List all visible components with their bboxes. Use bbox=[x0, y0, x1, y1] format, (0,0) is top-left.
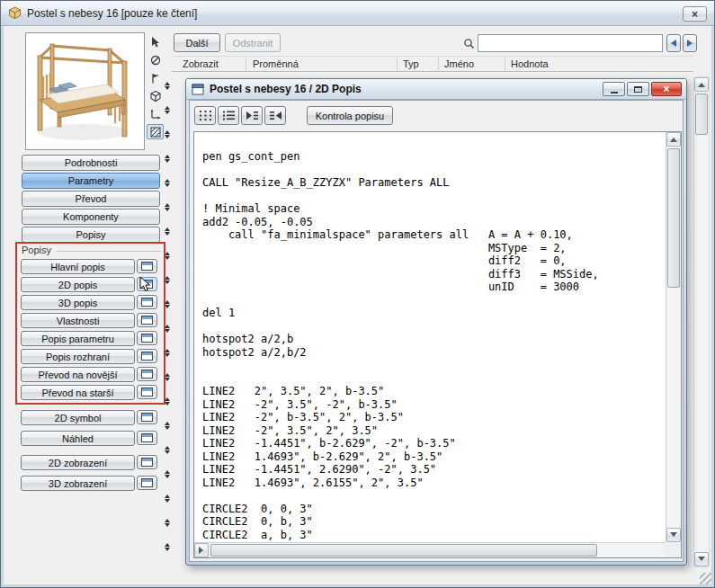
window-icon bbox=[141, 334, 153, 343]
column-separator bbox=[246, 58, 246, 70]
row-reorder-spinner[interactable] bbox=[162, 420, 173, 432]
window-button-popis-rozhrani[interactable] bbox=[137, 349, 157, 363]
script-row: 2D zobrazení bbox=[21, 455, 161, 470]
window-button-prevod-na-novejsi[interactable] bbox=[137, 367, 157, 381]
find-previous-button[interactable] bbox=[666, 34, 681, 52]
circle-tool-button[interactable] bbox=[147, 52, 164, 67]
editor-vertical-scrollbar[interactable] bbox=[666, 132, 681, 542]
scrollbar-thumb[interactable] bbox=[210, 544, 597, 557]
script-button-2d-zobrazeni[interactable]: 2D zobrazení bbox=[21, 455, 135, 470]
script-button-prevod-na-starsi[interactable]: Převod na starší bbox=[21, 385, 135, 400]
script-button-vlastnosti[interactable]: Vlastnosti bbox=[21, 313, 135, 328]
row-reorder-spinner[interactable] bbox=[162, 323, 173, 334]
maximize-button[interactable] bbox=[627, 82, 649, 96]
script-window-icon bbox=[192, 84, 204, 95]
pointer-tool-button[interactable] bbox=[147, 34, 164, 49]
row-reorder-spinner[interactable] bbox=[162, 347, 173, 359]
window-icon bbox=[141, 413, 153, 422]
script-window-titlebar[interactable]: Postel s nebesy 16 / 2D Popis × bbox=[186, 79, 686, 100]
gdl-code[interactable]: pen gs_cont_pen CALL "Resize_A_B_ZZYZX" … bbox=[194, 132, 666, 542]
window-button-prevod-na-starsi[interactable] bbox=[137, 385, 157, 399]
minimize-button[interactable] bbox=[603, 82, 625, 96]
nav-button-parametry[interactable]: Parametry bbox=[22, 173, 160, 189]
parameter-table-header bbox=[172, 56, 693, 72]
popisy-group-label: Popisy bbox=[22, 245, 51, 255]
object-icon bbox=[8, 6, 22, 20]
row-reorder-spinner[interactable] bbox=[162, 153, 173, 165]
script-button-hlavni-popis[interactable]: Hlavní popis bbox=[21, 259, 135, 274]
next-button[interactable]: Další bbox=[174, 33, 220, 52]
prev-section-button[interactable] bbox=[264, 106, 286, 125]
script-button-3d-zobrazeni[interactable]: 3D zobrazení bbox=[21, 476, 135, 491]
row-reorder-spinner[interactable] bbox=[162, 541, 173, 553]
scroll-up-button[interactable] bbox=[694, 77, 709, 92]
search-input[interactable] bbox=[478, 34, 663, 52]
column-promenna: Proměnná bbox=[253, 58, 299, 69]
object-preview[interactable] bbox=[25, 32, 145, 150]
editor-horizontal-scrollbar[interactable] bbox=[194, 542, 666, 557]
close-button[interactable]: × bbox=[683, 6, 707, 22]
next-section-button[interactable] bbox=[241, 106, 263, 125]
scroll-down-button[interactable] bbox=[694, 552, 709, 566]
row-reorder-spinner[interactable] bbox=[162, 444, 173, 456]
window-button-popis-parametru[interactable] bbox=[137, 331, 157, 345]
nav-button-prevod[interactable]: Převod bbox=[22, 191, 160, 207]
script-window-body: Kontrola popisu pen gs_cont_pen CALL "Re… bbox=[189, 100, 684, 562]
row-reorder-spinner[interactable] bbox=[162, 80, 173, 92]
left-arrow-icon bbox=[667, 40, 676, 47]
minimize-icon bbox=[611, 92, 618, 94]
close-script-button[interactable]: × bbox=[651, 82, 682, 96]
row-reorder-spinner[interactable] bbox=[162, 129, 173, 140]
row-reorder-spinner[interactable] bbox=[162, 517, 173, 529]
row-reorder-spinner[interactable] bbox=[162, 493, 173, 504]
nav-button-komponenty[interactable]: Komponenty bbox=[22, 209, 160, 225]
script-button-nahled[interactable]: Náhled bbox=[21, 431, 135, 446]
window-button-2d-zobrazeni[interactable] bbox=[137, 455, 157, 469]
row-reorder-spinner[interactable] bbox=[162, 177, 173, 189]
circle-slash-icon bbox=[149, 54, 162, 67]
line-numbers-button[interactable] bbox=[218, 106, 239, 125]
nav-button-podrobnosti[interactable]: Podrobnosti bbox=[22, 155, 160, 171]
row-reorder-spinner[interactable] bbox=[162, 226, 173, 237]
scroll-up-button[interactable] bbox=[666, 132, 681, 147]
row-reorder-spinner[interactable] bbox=[162, 396, 173, 407]
script-button-popis-parametru[interactable]: Popis parametru bbox=[21, 331, 135, 346]
row-reorder-spinner[interactable] bbox=[162, 250, 173, 262]
nav-button-popisy[interactable]: Popisy bbox=[22, 227, 160, 243]
row-reorder-spinner[interactable] bbox=[162, 468, 173, 480]
mouse-cursor bbox=[139, 276, 151, 293]
window-icon bbox=[141, 458, 153, 467]
row-reorder-spinner[interactable] bbox=[162, 104, 173, 116]
dots-grid-icon bbox=[199, 110, 212, 121]
row-reorder-spinner[interactable] bbox=[162, 371, 173, 383]
scrollbar-thumb[interactable] bbox=[667, 148, 680, 288]
script-button-2d-symbol[interactable]: 2D symbol bbox=[21, 410, 135, 425]
window-button-3d-popis[interactable] bbox=[137, 295, 157, 309]
find-next-button[interactable] bbox=[683, 34, 697, 52]
script-button-prevod-na-novejsi[interactable]: Převod na novější bbox=[21, 367, 135, 382]
row-reorder-spinner[interactable] bbox=[162, 298, 173, 310]
row-reorder-spinner[interactable] bbox=[162, 201, 173, 213]
titlebar[interactable]: Postel s nebesy 16 [pouze ke čtení] bbox=[1, 1, 714, 26]
row-reorder-spinner[interactable] bbox=[162, 274, 173, 286]
scrollbar-thumb[interactable] bbox=[695, 94, 708, 135]
window-button-nahled[interactable] bbox=[137, 431, 157, 445]
window-button-vlastnosti[interactable] bbox=[137, 313, 157, 327]
check-script-button[interactable]: Kontrola popisu bbox=[307, 106, 393, 125]
script-button-3d-popis[interactable]: 3D popis bbox=[21, 295, 135, 310]
hotspot-grid-button[interactable] bbox=[194, 106, 216, 125]
window-button-2d-symbol[interactable] bbox=[137, 410, 157, 424]
scroll-right-button[interactable] bbox=[194, 543, 209, 557]
code-editor[interactable]: pen gs_cont_pen CALL "Resize_A_B_ZZYZX" … bbox=[193, 131, 682, 558]
script-row: Popis parametru bbox=[21, 331, 161, 346]
script-button-2d-popis[interactable]: 2D popis bbox=[21, 277, 135, 292]
scroll-down-button[interactable] bbox=[666, 528, 681, 542]
window-icon bbox=[141, 316, 153, 325]
script-button-popis-rozhrani[interactable]: Popis rozhraní bbox=[21, 349, 135, 364]
resize-grip[interactable] bbox=[700, 573, 711, 584]
up-arrow-icon bbox=[670, 134, 677, 142]
script-row: Náhled bbox=[21, 431, 161, 446]
window-button-3d-zobrazeni[interactable] bbox=[137, 476, 157, 490]
parameters-scrollbar[interactable] bbox=[693, 76, 710, 567]
window-button-hlavni-popis[interactable] bbox=[137, 259, 157, 273]
